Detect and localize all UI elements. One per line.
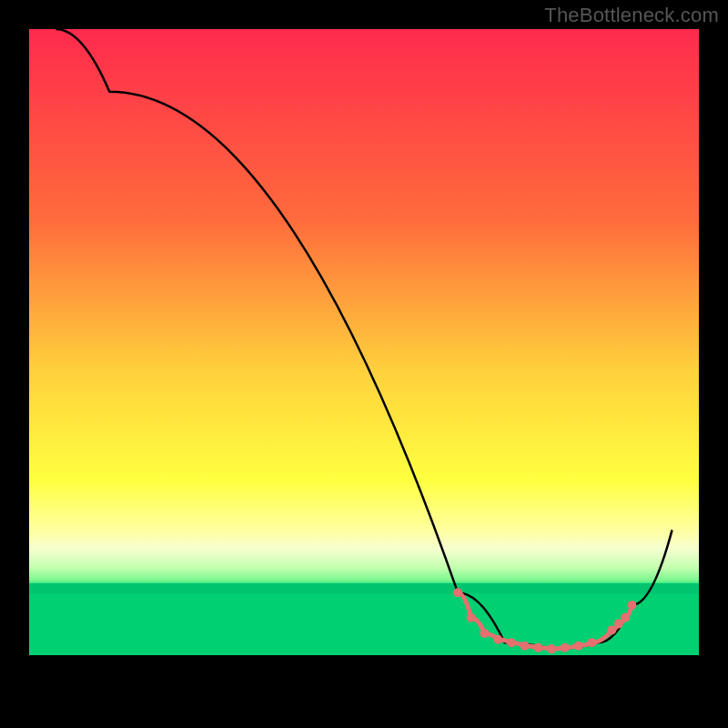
- highlight-marker: [547, 644, 556, 653]
- green-band: [29, 583, 699, 594]
- highlight-marker: [614, 620, 623, 629]
- highlight-marker: [521, 642, 530, 651]
- highlight-marker: [507, 638, 516, 647]
- watermark-text: TheBottleneck.com: [544, 4, 719, 27]
- highlight-marker: [467, 613, 476, 622]
- highlight-marker: [533, 643, 542, 652]
- highlight-marker: [621, 613, 630, 622]
- highlight-marker: [607, 625, 616, 634]
- highlight-marker: [493, 635, 502, 644]
- highlight-marker: [453, 588, 462, 597]
- highlight-marker: [561, 643, 570, 652]
- chart-canvas: [0, 0, 728, 728]
- highlight-marker: [480, 629, 489, 638]
- highlight-marker: [574, 642, 583, 651]
- highlight-marker: [627, 601, 636, 610]
- gradient-background: [29, 29, 699, 655]
- highlight-marker: [587, 638, 596, 647]
- chart-frame: TheBottleneck.com: [0, 0, 728, 728]
